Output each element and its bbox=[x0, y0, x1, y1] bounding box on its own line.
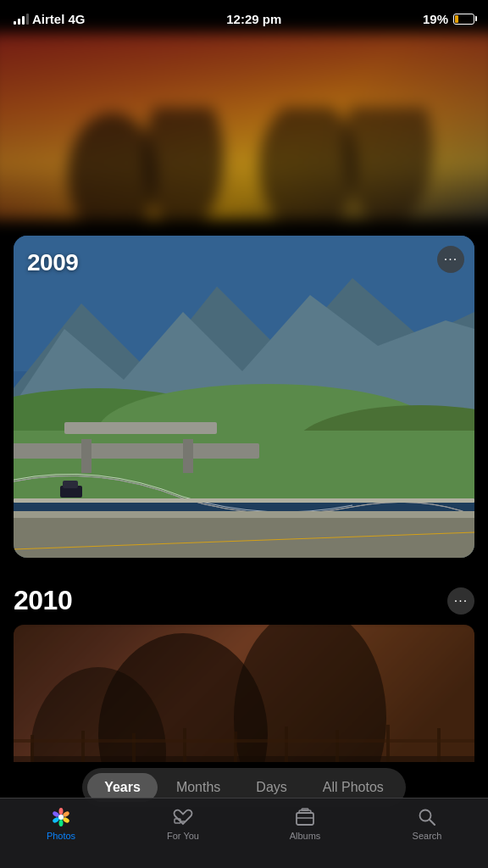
svg-rect-29 bbox=[81, 731, 85, 762]
tab-bar: Photos For You Albums bbox=[0, 798, 488, 868]
svg-rect-15 bbox=[81, 439, 92, 473]
svg-point-0 bbox=[68, 113, 157, 220]
svg-rect-18 bbox=[63, 481, 78, 488]
signal-icon bbox=[14, 13, 29, 25]
svg-point-3 bbox=[344, 108, 433, 220]
photo-2009-bg bbox=[14, 236, 474, 558]
svg-rect-35 bbox=[386, 725, 390, 762]
svg-rect-30 bbox=[132, 733, 136, 762]
more-dots-icon: ··· bbox=[444, 253, 458, 266]
svg-rect-14 bbox=[64, 422, 217, 434]
tab-photos[interactable]: Photos bbox=[0, 807, 122, 841]
photos-tab-label: Photos bbox=[47, 831, 75, 841]
battery-info: 19% bbox=[423, 12, 474, 26]
svg-point-39 bbox=[59, 808, 64, 815]
battery-percent: 19% bbox=[423, 12, 448, 26]
top-blurred-photo bbox=[0, 33, 488, 220]
more-button-2009[interactable]: ··· bbox=[437, 246, 464, 273]
carrier-info: Airtel 4G bbox=[14, 12, 86, 26]
tab-for-you[interactable]: For You bbox=[122, 807, 244, 841]
albums-tab-icon bbox=[293, 807, 317, 827]
battery-icon bbox=[453, 14, 474, 25]
svg-point-2 bbox=[259, 108, 357, 220]
scroll-area: 2009 ··· 2010 ··· bbox=[0, 0, 488, 762]
tab-albums[interactable]: Albums bbox=[244, 807, 366, 841]
photos-tab-icon bbox=[49, 807, 73, 827]
year-2010-section: 2010 ··· bbox=[0, 585, 488, 762]
photo-card-2009[interactable]: 2009 ··· bbox=[14, 236, 474, 558]
photo-year-label-2009: 2009 bbox=[27, 249, 78, 276]
svg-rect-34 bbox=[336, 730, 339, 762]
year-2010-header: 2010 ··· bbox=[14, 585, 474, 616]
more-button-2010[interactable]: ··· bbox=[447, 587, 474, 615]
albums-tab-label: Albums bbox=[290, 831, 321, 841]
search-tab-icon bbox=[415, 807, 439, 827]
svg-rect-47 bbox=[297, 813, 313, 825]
svg-rect-37 bbox=[14, 739, 474, 743]
svg-rect-28 bbox=[30, 735, 34, 762]
svg-rect-22 bbox=[14, 498, 474, 503]
svg-line-52 bbox=[430, 820, 435, 825]
svg-rect-16 bbox=[183, 439, 193, 473]
photo-2010-preview[interactable] bbox=[14, 625, 474, 762]
svg-rect-49 bbox=[302, 809, 308, 810]
svg-rect-32 bbox=[234, 732, 237, 762]
carrier-label: Airtel 4G bbox=[32, 12, 86, 26]
svg-rect-13 bbox=[14, 443, 259, 459]
svg-rect-33 bbox=[285, 726, 288, 762]
time-label: 12:29 pm bbox=[226, 12, 281, 26]
svg-rect-31 bbox=[183, 728, 186, 762]
svg-rect-36 bbox=[437, 728, 441, 762]
svg-point-42 bbox=[59, 820, 64, 826]
for-you-tab-icon bbox=[171, 807, 195, 827]
svg-point-1 bbox=[143, 108, 224, 220]
year-2009-section: 2009 ··· bbox=[0, 236, 488, 558]
search-tab-label: Search bbox=[413, 831, 442, 841]
svg-point-45 bbox=[58, 815, 64, 820]
status-bar: Airtel 4G 12:29 pm 19% bbox=[0, 0, 488, 37]
tab-search[interactable]: Search bbox=[366, 807, 488, 841]
year-2010-label: 2010 bbox=[14, 585, 72, 616]
svg-rect-20 bbox=[14, 511, 474, 518]
for-you-tab-label: For You bbox=[167, 831, 199, 841]
more-dots-2010-icon: ··· bbox=[454, 594, 468, 608]
svg-rect-19 bbox=[14, 515, 474, 558]
